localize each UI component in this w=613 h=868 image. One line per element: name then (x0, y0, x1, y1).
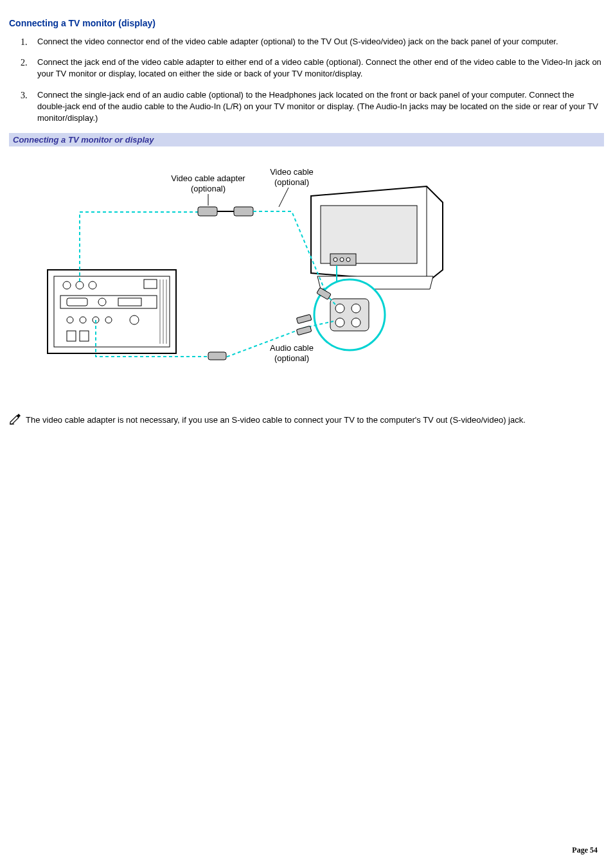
svg-point-30 (351, 318, 360, 327)
step-item: Connect the single-jack end of an audio … (37, 89, 604, 125)
svg-point-8 (98, 298, 106, 306)
svg-rect-7 (67, 298, 87, 306)
step-item: Connect the video connector end of the v… (37, 36, 604, 48)
svg-point-29 (335, 318, 344, 327)
note-pencil-icon (9, 413, 23, 428)
figure-caption: Connecting a TV monitor or display (9, 133, 604, 146)
svg-point-23 (340, 258, 344, 261)
figure-diagram: Video cable adapter (optional) Video cab… (9, 150, 604, 387)
step-item: Connect the jack end of the video cable … (37, 57, 604, 80)
svg-rect-19 (80, 331, 89, 341)
tv-monitor-icon (311, 186, 443, 289)
svg-point-27 (335, 304, 344, 313)
section-heading: Connecting a TV monitor (display) (9, 18, 604, 28)
svg-point-24 (346, 258, 350, 261)
svg-rect-9 (118, 298, 141, 306)
label-audio-cable-1: Audio cable (270, 343, 314, 353)
svg-rect-38 (296, 326, 312, 335)
svg-rect-18 (67, 331, 76, 341)
svg-point-2 (63, 281, 71, 289)
steps-list: Connect the video connector end of the v… (9, 36, 604, 124)
label-video-cable-1: Video cable (270, 167, 314, 177)
svg-point-4 (89, 281, 96, 289)
svg-rect-34 (234, 207, 253, 216)
note-text: The video cable adapter is not necessary… (26, 415, 526, 425)
label-video-cable-adapter-1: Video cable adapter (171, 173, 245, 183)
svg-point-28 (351, 304, 360, 313)
svg-point-10 (67, 317, 73, 323)
svg-point-22 (333, 258, 337, 261)
note-paragraph: The video cable adapter is not necessary… (9, 413, 604, 428)
computer-back-panel-icon (48, 270, 176, 353)
svg-rect-32 (198, 207, 217, 216)
svg-rect-26 (330, 299, 369, 331)
svg-point-3 (76, 281, 84, 289)
svg-rect-37 (296, 314, 312, 323)
svg-rect-5 (144, 279, 157, 288)
svg-point-13 (105, 317, 112, 323)
label-video-cable-adapter-2: (optional) (191, 184, 226, 193)
svg-point-11 (80, 317, 86, 323)
label-video-cable-2: (optional) (274, 177, 309, 187)
svg-point-14 (130, 315, 139, 324)
svg-rect-36 (208, 352, 226, 360)
svg-line-40 (279, 188, 289, 207)
label-audio-cable-2: (optional) (274, 353, 309, 363)
